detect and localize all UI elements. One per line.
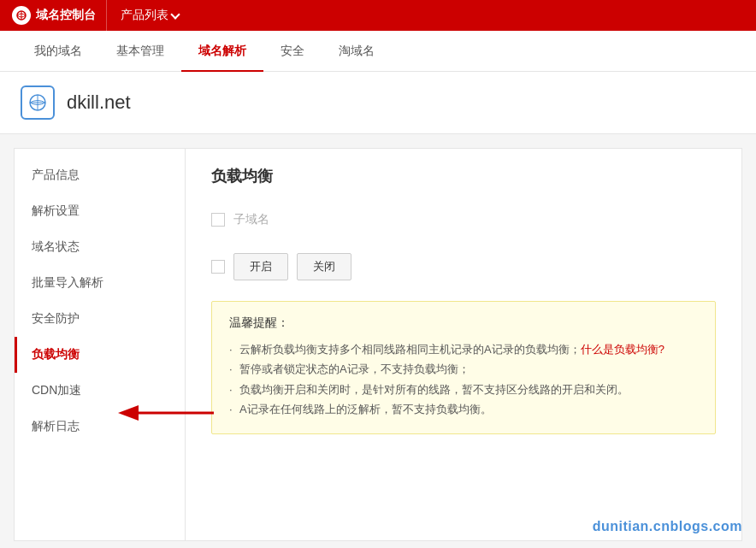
loadbalance-link[interactable]: 什么是负载均衡? <box>581 343 664 356</box>
subnav-item-basic[interactable]: 基本管理 <box>99 31 181 72</box>
warning-item-3: 负载均衡开启和关闭时，是针对所有的线路，暂不支持区分线路的开启和关闭。 <box>229 380 698 399</box>
toggle-button-row: 开启 关闭 <box>211 253 716 280</box>
warning-box: 温馨提醒： 云解析负载均衡支持多个相同线路相同主机记录的A记录的负载均衡；什么是… <box>211 301 716 434</box>
sidebar-item-bulk-import[interactable]: 批量导入解析 <box>15 265 185 301</box>
chevron-down-icon <box>170 9 180 19</box>
warning-item-4: A记录在任何线路上的泛解析，暂不支持负载均衡。 <box>229 399 698 419</box>
subnav-item-taodomain[interactable]: 淘域名 <box>322 31 392 72</box>
sidebar: 产品信息 解析设置 域名状态 批量导入解析 安全防护 负载均衡 CDN加速 解析… <box>15 149 186 540</box>
logo-text: 域名控制台 <box>36 8 96 23</box>
warning-list: 云解析负载均衡支持多个相同线路相同主机记录的A记录的负载均衡；什么是负载均衡? … <box>229 339 698 420</box>
top-navbar: 域名控制台 产品列表 <box>0 0 756 31</box>
subnav-item-security[interactable]: 安全 <box>263 31 322 72</box>
sidebar-item-cdn[interactable]: CDN加速 <box>15 373 185 409</box>
sidebar-item-dns-log[interactable]: 解析日志 <box>15 409 185 445</box>
sub-navbar: 我的域名 基本管理 域名解析 安全 淘域名 <box>0 31 756 72</box>
logo-icon <box>12 6 31 25</box>
logo-area: 域名控制台 <box>9 0 107 31</box>
sidebar-item-domain-status[interactable]: 域名状态 <box>15 229 185 265</box>
subnav-item-dns[interactable]: 域名解析 <box>181 31 263 72</box>
sidebar-item-product-info[interactable]: 产品信息 <box>15 157 185 193</box>
subnav-item-mydomains[interactable]: 我的域名 <box>17 31 99 72</box>
watermark: dunitian.cnblogs.com <box>593 519 742 534</box>
subdomain-checkbox[interactable] <box>211 213 225 227</box>
product-menu-button[interactable]: 产品列表 <box>107 0 192 31</box>
sidebar-item-loadbalance[interactable]: 负载均衡 <box>15 337 185 373</box>
warning-title: 温馨提醒： <box>229 315 698 331</box>
domain-header: dkill.net <box>0 72 756 134</box>
open-button[interactable]: 开启 <box>233 253 288 280</box>
domain-icon <box>21 85 55 120</box>
warning-item-2: 暂停或者锁定状态的A记录，不支持负载均衡； <box>229 359 698 379</box>
content-title: 负载均衡 <box>211 166 716 186</box>
content-area: 负载均衡 子域名 开启 关闭 温馨提醒： 云解析负载均衡支持多个相同线路相同主机… <box>186 149 741 540</box>
sidebar-item-security[interactable]: 安全防护 <box>15 301 185 337</box>
toggle-checkbox[interactable] <box>211 260 225 274</box>
subdomain-row: 子域名 <box>211 203 716 236</box>
subdomain-label: 子域名 <box>233 212 269 227</box>
sidebar-item-dns-settings[interactable]: 解析设置 <box>15 193 185 229</box>
close-button[interactable]: 关闭 <box>297 253 351 280</box>
main-container: 产品信息 解析设置 域名状态 批量导入解析 安全防护 负载均衡 CDN加速 解析… <box>14 148 742 541</box>
warning-item-1: 云解析负载均衡支持多个相同线路相同主机记录的A记录的负载均衡；什么是负载均衡? <box>229 339 698 359</box>
domain-name: dkill.net <box>67 91 131 114</box>
